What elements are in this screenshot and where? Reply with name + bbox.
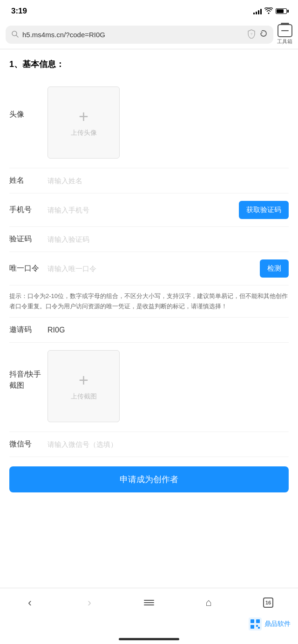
detect-button[interactable]: 检测	[260, 259, 289, 278]
code-label: 验证码	[9, 234, 42, 244]
avatar-label: 头像	[9, 86, 42, 120]
screenshot-upload-text: 上传截图	[71, 392, 97, 401]
wechat-input[interactable]	[47, 440, 289, 448]
back-icon: ‹	[28, 596, 32, 609]
avatar-upload-text: 上传头像	[71, 129, 97, 137]
toolbox-icon	[278, 24, 292, 37]
toolbox-label: 工具箱	[277, 38, 292, 45]
name-label: 姓名	[9, 176, 42, 186]
pages-count: 16	[263, 598, 273, 608]
avatar-upload-box[interactable]: + 上传头像	[47, 86, 120, 159]
forward-icon: ›	[88, 596, 91, 609]
shield-icon: ?	[247, 29, 256, 40]
back-button[interactable]: ‹	[18, 594, 41, 611]
get-code-button[interactable]: 获取验证码	[239, 201, 289, 219]
code-input[interactable]	[47, 235, 289, 243]
plus-icon: +	[79, 108, 88, 125]
refresh-icon[interactable]	[259, 29, 268, 40]
svg-rect-4	[251, 619, 254, 623]
search-icon	[11, 30, 19, 39]
submit-section: 申请成为创作者	[9, 457, 289, 500]
home-icon: ⌂	[205, 597, 211, 609]
plus-icon-2: +	[79, 372, 88, 389]
svg-rect-5	[256, 619, 260, 623]
wechat-row: 微信号	[9, 432, 289, 457]
signal-icon	[253, 8, 262, 14]
screenshot-upload-box[interactable]: + 上传截图	[47, 350, 120, 422]
invite-value: RI0G	[47, 326, 65, 334]
svg-rect-7	[256, 625, 258, 627]
menu-button[interactable]	[137, 594, 161, 611]
screenshot-label: 抖音/快手截图	[9, 350, 42, 391]
brand-bar: 鼎品软件	[0, 616, 298, 635]
hint-text: 提示：口令为2-10位，数字或字母的组合，不区分大小写，支持汉字，建议简单易记，…	[9, 291, 289, 312]
submit-button[interactable]: 申请成为创作者	[9, 466, 289, 492]
svg-text:?: ?	[251, 32, 253, 36]
home-bar	[119, 638, 179, 640]
name-input[interactable]	[47, 177, 289, 185]
svg-line-1	[16, 35, 18, 37]
svg-rect-6	[251, 625, 254, 629]
invite-label: 邀请码	[9, 325, 42, 335]
browser-bar: h5.ms4ms.cn/?code=RI0G ? 工具箱	[0, 20, 298, 49]
home-indicator	[0, 635, 298, 644]
phone-label: 手机号	[9, 205, 42, 215]
password-label: 唯一口令	[9, 264, 42, 273]
wifi-icon	[264, 7, 273, 15]
password-input[interactable]	[47, 265, 254, 272]
home-button[interactable]: ⌂	[197, 594, 220, 611]
url-bar[interactable]: h5.ms4ms.cn/?code=RI0G ?	[6, 26, 273, 44]
status-time: 3:19	[11, 7, 27, 16]
hint-box: 提示：口令为2-10位，数字或字母的组合，不区分大小写，支持汉字，建议简单易记，…	[9, 285, 289, 318]
svg-rect-3	[249, 617, 262, 631]
screenshot-row: 抖音/快手截图 + 上传截图	[9, 343, 289, 432]
name-row: 姓名	[9, 168, 289, 193]
brand-logo-icon	[249, 617, 262, 631]
status-bar: 3:19	[0, 0, 298, 20]
password-row: 唯一口令 检测	[9, 252, 289, 285]
brand-name: 鼎品软件	[264, 620, 291, 628]
status-icons	[253, 7, 287, 15]
menu-icon	[144, 600, 154, 605]
phone-input[interactable]	[47, 206, 233, 214]
main-content: 1、基本信息： 头像 + 上传头像 姓名 手机号 获取验证码 验证码 唯一口令 …	[0, 49, 298, 588]
phone-row: 手机号 获取验证码	[9, 193, 289, 227]
forward-button[interactable]: ›	[78, 594, 101, 611]
toolbox-button[interactable]: 工具箱	[277, 24, 292, 45]
url-text: h5.ms4ms.cn/?code=RI0G	[22, 31, 244, 39]
battery-icon	[276, 8, 287, 14]
invite-row: 邀请码 RI0G	[9, 318, 289, 343]
section-title: 1、基本信息：	[9, 59, 289, 70]
avatar-row: 头像 + 上传头像	[9, 79, 289, 168]
svg-rect-8	[258, 627, 260, 629]
pages-button[interactable]: 16	[257, 594, 280, 611]
code-row: 验证码	[9, 227, 289, 252]
wechat-label: 微信号	[9, 439, 42, 449]
bottom-nav: ‹ › ⌂ 16	[0, 588, 298, 616]
